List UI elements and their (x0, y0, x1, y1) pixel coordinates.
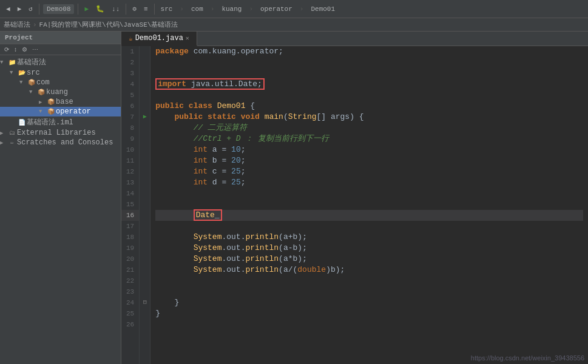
code-line-14 (155, 188, 583, 199)
package-icon: 📦 (36, 89, 46, 96)
line-num-17: 17 (121, 221, 139, 232)
line-num-26: 26 (121, 319, 139, 330)
gutter-23 (140, 286, 150, 297)
code-line-6: public class Demo01 { (155, 101, 583, 112)
line-num-22: 22 (121, 275, 139, 286)
tab-close-btn[interactable]: ✕ (186, 35, 189, 42)
code-line-4: import java.util.Date; (155, 79, 583, 90)
line-num-1: 1 (121, 46, 139, 57)
line-num-13: 13 (121, 177, 139, 188)
code-line-9: //Ctrl + D ： 复制当前行到下一行 (155, 133, 583, 144)
sidebar-item-operator[interactable]: ▼ 📦 operator (0, 107, 121, 116)
line-num-19: 19 (121, 243, 139, 254)
breadcrumb-operator[interactable]: operator (258, 4, 295, 14)
line-num-4: 4 (121, 79, 139, 90)
code-line-21: System.out.println(a/(double)b); (155, 265, 583, 275)
sidebar-label-iml: 基础语法.iml (27, 117, 121, 127)
toolbar-icon-revert[interactable]: ↺ (26, 4, 35, 14)
breadcrumb-path: FA|我的管理\网课班\代码\JavaSE\基础语法 (39, 20, 178, 29)
code-lines[interactable]: package com.kuang.operator; import java.… (150, 46, 588, 364)
sidebar-item-scratches[interactable]: ▶ ✏ Scratches and Consoles (0, 138, 121, 147)
breadcrumb-src[interactable]: src (158, 4, 175, 14)
sidebar-label-src: src (27, 69, 121, 77)
line-num-8: 8 (121, 123, 139, 133)
toolbar-run-icon[interactable]: ▶ (82, 4, 91, 14)
toolbar-icon-back[interactable]: ◀ (4, 4, 13, 14)
sidebar-item-ext-libs[interactable]: ▶ 🗂 External Libraries (0, 128, 121, 138)
chevron-down-icon: ▼ (29, 89, 36, 95)
package-icon: 📦 (46, 108, 56, 115)
gutter-10 (140, 144, 150, 155)
toolbar-step-icon[interactable]: ↓↓ (109, 4, 122, 14)
sidebar-tree: ▼ 📁 基础语法 ▼ 📂 src ▼ 📦 com (0, 55, 121, 364)
code-editor[interactable]: 1 2 3 4 5 6 7 8 9 10 11 12 13 14 15 16 1… (121, 46, 588, 364)
sidebar-tool-more[interactable]: ⋯ (30, 46, 40, 53)
sidebar-tool-sync[interactable]: ⟳ (2, 46, 11, 53)
sidebar-item-iml[interactable]: ▶ 📄 基础语法.iml (0, 116, 121, 128)
tab-label: Demo01.java (135, 34, 183, 42)
gutter-18 (140, 232, 150, 243)
gutter-16 (140, 210, 150, 221)
toolbar-debug-icon[interactable]: 🐛 (93, 4, 107, 14)
gutter-7[interactable]: ▶ (140, 112, 150, 123)
line-num-9: 9 (121, 133, 139, 144)
chevron-down-icon: ▼ (0, 59, 7, 66)
code-line-17 (155, 221, 583, 232)
editor-tab-demo01[interactable]: ☕ Demo01.java ✕ (121, 32, 197, 46)
chevron-right-icon: ▶ (0, 130, 7, 136)
toolbar-icon-forward[interactable]: ▶ (15, 4, 24, 14)
sidebar-item-base[interactable]: ▶ 📦 base (0, 97, 121, 107)
separator-4 (154, 4, 155, 15)
folder-icon: 📁 (7, 59, 17, 66)
package-icon: 📦 (27, 79, 36, 86)
toolbar: ◀ ▶ ↺ Demo08 ▶ 🐛 ↓↓ ⚙ ≡ src › com › kuan… (0, 0, 588, 18)
sidebar-label-scratches: Scratches and Consoles (17, 138, 121, 147)
gutter-1 (140, 46, 150, 57)
gutter-8 (140, 123, 150, 133)
scratch-icon: ✏ (7, 139, 17, 146)
toolbar-tabs: src › com › kuang › operator › Demo01 (158, 4, 338, 14)
sidebar-item-root[interactable]: ▼ 📁 基础语法 (0, 56, 121, 68)
toolbar-demo08[interactable]: Demo08 (43, 4, 75, 14)
code-line-8: // 二元运算符 (155, 123, 583, 133)
editor-tabs: ☕ Demo01.java ✕ (121, 32, 588, 46)
sidebar-tool-collapse[interactable]: ↕ (12, 46, 19, 53)
breadcrumb-demo01[interactable]: Demo01 (308, 4, 337, 14)
sidebar-item-kuang[interactable]: ▼ 📦 kuang (0, 87, 121, 97)
line-num-6: 6 (121, 101, 139, 112)
sidebar-tool-gear[interactable]: ⚙ (20, 46, 29, 53)
line-num-20: 20 (121, 254, 139, 265)
code-line-11: int b = 20; (155, 155, 583, 166)
code-line-16: Date_ (155, 210, 583, 221)
breadcrumb-com[interactable]: com (189, 4, 206, 14)
gutter-22 (140, 275, 150, 286)
sidebar-item-label-root: 基础语法 (17, 57, 121, 67)
line-num-14: 14 (121, 188, 139, 199)
ext-icon: 🗂 (7, 129, 17, 136)
sidebar-item-src[interactable]: ▼ 📂 src (0, 68, 121, 78)
sidebar-item-com[interactable]: ▼ 📦 com (0, 78, 121, 87)
line-num-2: 2 (121, 57, 139, 68)
line-num-7: 7 (121, 112, 139, 123)
chevron-down-icon: ▼ (19, 79, 27, 86)
sidebar-label-kuang: kuang (46, 88, 121, 96)
src-icon: 📂 (17, 69, 27, 76)
gutter-21 (140, 265, 150, 275)
line-num-21: 21 (121, 265, 139, 275)
toolbar-more-icon[interactable]: ≡ (141, 4, 150, 14)
line-num-24: 24 (121, 297, 139, 308)
gutter-24[interactable]: ⊟ (140, 297, 150, 308)
toolbar-gear-icon[interactable]: ⚙ (130, 4, 139, 14)
gutter-12 (140, 166, 150, 177)
line-num-3: 3 (121, 68, 139, 79)
gutter-20 (140, 254, 150, 265)
iml-icon: 📄 (17, 119, 27, 126)
line-num-11: 11 (121, 155, 139, 166)
line-num-12: 12 (121, 166, 139, 177)
breadcrumb-kuang[interactable]: kuang (219, 4, 244, 14)
gutter-2 (140, 57, 150, 68)
chevron-right-icon: ▶ (39, 99, 46, 106)
code-line-2 (155, 57, 583, 68)
line-num-16: 16 (121, 210, 139, 221)
line-num-5: 5 (121, 90, 139, 101)
